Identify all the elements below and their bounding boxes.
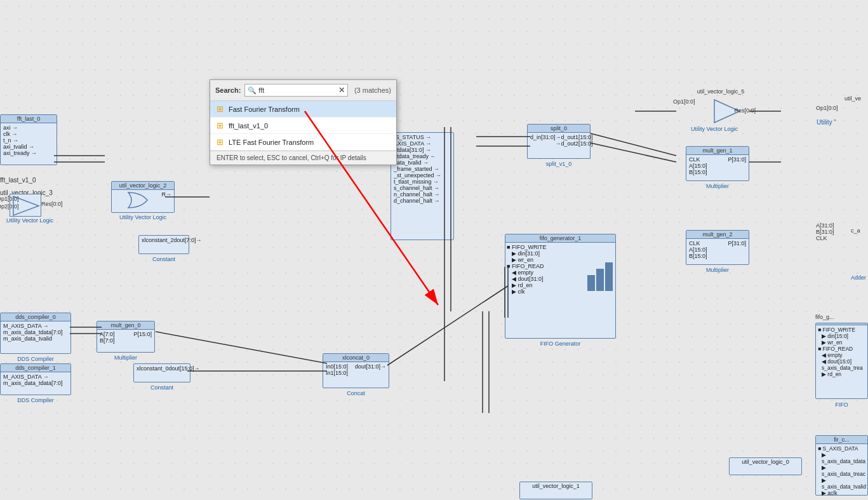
port-in0-xlconcat0: In0[15:0] <box>326 363 348 370</box>
port-t_n: t_n → <box>3 137 54 144</box>
label-utility-vector-logic-5: Utility Vector Logic <box>673 126 756 132</box>
block-fifo-right[interactable]: ■ FIFO_WRITE ▶ din[15:0] ▶ wr_en ■ FIFO_… <box>815 323 868 399</box>
sig-is-status: IS_STATUS → <box>394 134 451 140</box>
search-input-wrap[interactable]: 🔍 fft ✕ <box>244 84 348 97</box>
ports-right-split0: →d_out1[15:0] →d_out2[15:0] <box>556 134 593 147</box>
svg-line-10 <box>591 133 676 156</box>
fifo-bar-3 <box>605 262 613 291</box>
label-fft-last-v1-0: fft_last_v1_0 <box>0 177 36 184</box>
ports-left-mult1: CLK A[15:0] B[15:0] <box>689 156 707 175</box>
block-fir-c[interactable]: fir_c... ■ S_AXIS_DATA ▶ s_axis_data_tda… <box>815 435 868 496</box>
port-dout-r: ◀ dout[15:0] <box>818 358 865 365</box>
svg-line-5 <box>156 332 327 363</box>
search-label: Search: <box>215 86 241 94</box>
title-uvl0: util_vector_logic_0 <box>730 458 801 466</box>
port-in1-xlconcat0: In1[15:0] <box>326 370 348 376</box>
block-body-fir-c: ■ S_AXIS_DATA ▶ s_axis_data_tdata ▶ s_ax… <box>816 444 867 497</box>
block-body-uvl2: R→ <box>112 190 174 210</box>
block-body-fifo1: ■ FIFO_WRITE ▶ din[31:0] ▶ wr_en ■ FIFO_… <box>505 243 615 296</box>
label-split-v1-0: split_v1_0 <box>527 161 591 167</box>
block-title-mult2: mult_gen_2 <box>686 231 749 239</box>
search-clear-button[interactable]: ✕ <box>338 86 345 95</box>
search-result-item-0[interactable]: ⊞ Fast Fourier Transform <box>210 101 396 118</box>
label-fifo-right: FIFO <box>815 402 868 408</box>
label-constant-2: Constant <box>138 256 189 262</box>
block-body-dds0: M_AXIS_DATA → m_axis_data_tdata[7:0] m_a… <box>1 321 70 343</box>
sig-tready: _tdata_tready ← <box>394 153 451 159</box>
block-body-mult2: CLK A[15:0] B[15:0] P[31:0] <box>686 239 749 260</box>
port-empty: ◀ empty <box>507 269 581 276</box>
result-icon-0: ⊞ <box>217 104 224 114</box>
block-xlconcat-0[interactable]: xlconcat_0 In0[15:0] In1[15:0] dout[31:0… <box>323 353 389 388</box>
label-uvl2: Utility Vector Logic <box>111 214 175 220</box>
block-body-xlconst2: xlconstant_2 dout[7:0]→ <box>139 236 189 245</box>
port-fifo-read: ■ FIFO_READ <box>507 263 581 269</box>
result-label-2: LTE Fast Fourier Transform <box>229 139 314 146</box>
port-dout1-split0: →d_out1[15:0] <box>556 134 593 140</box>
port-op1-right: Op1[0:0] <box>816 105 838 111</box>
block-dds-0[interactable]: dds_compiler_0 M_AXIS_DATA → m_axis_data… <box>0 313 71 354</box>
sig-unexpected: _st_unexpected → <box>394 172 451 179</box>
partial-block-right-ports: A[31:0] B[31:0] CLK <box>816 222 834 241</box>
port-op1-uvl5: Op1[0:0] <box>673 98 695 105</box>
port-fifo-read-r: ■ FIFO_READ <box>818 346 865 352</box>
block-mult-gen-2[interactable]: mult_gen_2 CLK A[15:0] B[15:0] P[31:0] <box>686 230 749 265</box>
ports-left-mult0: A[7:0] B[7:0] <box>100 331 115 344</box>
block-mult-gen-0[interactable]: mult_gen_0 A[7:0] B[7:0] P[15:0] <box>97 321 155 353</box>
search-icon: 🔍 <box>248 86 257 95</box>
block-title-mult1: mult_gen_1 <box>686 147 749 155</box>
port-s-axis-tdata: ▶ s_axis_data_tdata <box>818 452 865 464</box>
label-fifo-g-partial: fifo_g... <box>815 314 834 320</box>
block-xlconstant-2[interactable]: xlconstant_2 dout[7:0]→ <box>138 235 189 254</box>
port-s-axis-treac: ▶ s_axis_data_treac <box>818 464 865 477</box>
svg-line-11 <box>591 143 676 162</box>
port-res-uvl5: Res[0:0] <box>734 107 756 114</box>
port-din-fifo1: ▶ din[31:0] <box>507 250 581 257</box>
port-p-mult1: P[31:0] <box>728 156 746 163</box>
port-din-r: ▶ din[15:0] <box>818 333 865 339</box>
port-m-axis-data-dds0: M_AXIS_DATA → <box>3 323 68 329</box>
block-fifo-gen-1[interactable]: fifo_generator_1 ■ FIFO_WRITE ▶ din[31:0… <box>505 234 616 339</box>
port-op1-left: Op1[0:0] <box>0 196 19 202</box>
label-adder: Adder <box>851 274 866 281</box>
label-multiplier-1: Multiplier <box>686 183 749 189</box>
block-uvl5-container[interactable]: Op1[0:0] Res[0:0] util_vector_logic_5 <box>673 98 756 124</box>
ports-left-fifo1: ■ FIFO_WRITE ▶ din[31:0] ▶ wr_en ■ FIFO_… <box>505 243 582 296</box>
port-din-split0: d_in[31:0] <box>530 134 556 140</box>
block-util-vector-logic-2[interactable]: util_vector_logic_2 R→ <box>111 181 175 213</box>
block-title-uvl2: util_vector_logic_2 <box>112 182 174 190</box>
search-result-item-1[interactable]: ⊞ fft_last_v1_0 <box>210 118 396 134</box>
port-b-mult1: B[15:0] <box>689 169 707 175</box>
block-uvl1[interactable]: util_vector_logic_1 <box>519 482 592 499</box>
block-xlconst-0[interactable]: xlconstant_0 dout[15:0]→ <box>133 363 190 382</box>
block-title-mult0: mult_gen_0 <box>97 321 154 330</box>
block-dds-1[interactable]: dds_compiler_1 M_AXIS_DATA → m_axis_data… <box>0 363 71 395</box>
block-mult-gen-1[interactable]: mult_gen_1 CLK A[15:0] B[15:0] P[31:0] <box>686 146 749 181</box>
block-fft-last-0[interactable]: fft_last_0 axi → clk → t_n → axi_tvalid … <box>0 114 57 165</box>
ports-right-mult2: P[31:0] <box>728 240 746 259</box>
port-wr-en: ▶ wr_en <box>507 257 581 263</box>
label-concat-0: Concat <box>323 390 389 396</box>
block-body-split0: d_in[31:0] →d_out1[15:0] →d_out2[15:0] <box>528 133 590 148</box>
port-clk: clk → <box>3 131 54 137</box>
ports-left-split0: d_in[31:0] <box>530 134 556 147</box>
port-a-right: A[31:0] <box>816 222 834 229</box>
logic-gate-uvl2 <box>125 191 150 209</box>
sig-tdata: _tdata[31:0] → <box>394 147 451 153</box>
block-split-0[interactable]: split_0 d_in[31:0] →d_out1[15:0] →d_out2… <box>527 124 591 159</box>
ports-right-mult1: P[31:0] <box>728 156 746 175</box>
svg-line-7 <box>387 286 508 365</box>
port-b-right: B[31:0] <box>816 229 834 235</box>
port-fifo-write: ■ FIFO_WRITE <box>507 244 581 250</box>
search-result-item-2[interactable]: ⊞ LTE Fast Fourier Transform <box>210 134 396 151</box>
label-xlconst2: xlconstant_2 <box>142 237 174 243</box>
label-utility-vector-logic-left: Utility Vector Logic <box>6 217 53 224</box>
label-constant-0: Constant <box>133 384 190 391</box>
port-clk-fifo1: ▶ clk <box>507 288 581 295</box>
block-uvl0[interactable]: util_vector_logic_0 <box>729 457 802 475</box>
block-axis-signals[interactable]: IS_STATUS → AXIS_DATA → _tdata[31:0] → _… <box>391 132 454 240</box>
title-xlconst0: xlconstant_0 <box>137 365 169 372</box>
block-title-xlconcat0: xlconcat_0 <box>323 354 389 362</box>
block-body-mult0: A[7:0] B[7:0] P[15:0] <box>97 330 154 345</box>
label-multiplier-2: Multiplier <box>686 267 749 273</box>
